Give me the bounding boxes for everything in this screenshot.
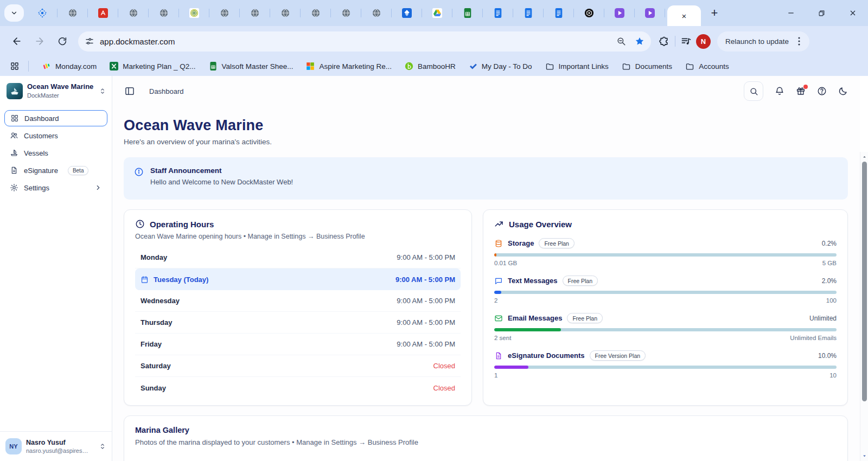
pinned-tab[interactable] bbox=[118, 0, 149, 26]
workspace-logo bbox=[7, 83, 23, 99]
dashboard-icon bbox=[10, 114, 19, 123]
bookmark-monday[interactable]: Monday.com bbox=[37, 59, 101, 74]
hours-row-today: Tuesday (Today) 9:00 AM - 5:00 PM bbox=[135, 268, 461, 290]
browser-menu-icon[interactable] bbox=[793, 35, 805, 47]
user-email: nasro.yusuf@aspiresoftware... bbox=[26, 447, 90, 454]
pinned-tab[interactable] bbox=[270, 0, 301, 26]
globe-favicon-icon bbox=[372, 8, 381, 18]
plan-badge: Free Plan bbox=[563, 276, 598, 286]
minimize-button[interactable] bbox=[775, 0, 806, 26]
pinned-tab[interactable] bbox=[240, 0, 270, 26]
site-settings-icon[interactable] bbox=[85, 36, 94, 46]
pinned-tab[interactable] bbox=[179, 0, 209, 26]
tab-search-button[interactable] bbox=[4, 4, 24, 22]
notifications-bell-icon[interactable] bbox=[775, 86, 784, 96]
user-menu[interactable]: NY Nasro Yusuf nasro.yusuf@aspiresoftwar… bbox=[0, 431, 112, 461]
bookmark-folder-important-links[interactable]: Important Links bbox=[540, 59, 614, 74]
pinned-tab[interactable] bbox=[361, 0, 392, 26]
reload-button[interactable] bbox=[53, 31, 72, 51]
beta-badge: Beta bbox=[68, 166, 89, 175]
usage-row-email-messages: Email Messages Free Plan Unlimited 2 sen… bbox=[494, 313, 837, 341]
pinned-tab[interactable] bbox=[27, 0, 58, 26]
apps-grid-button[interactable] bbox=[7, 59, 23, 74]
page-scrollbar[interactable] bbox=[860, 152, 868, 461]
monday-icon bbox=[42, 62, 51, 71]
bookmark-star-icon[interactable] bbox=[635, 36, 644, 46]
hours-row: Thursday 9:00 AM - 5:00 PM bbox=[135, 312, 461, 334]
scrollbar-thumb[interactable] bbox=[862, 162, 867, 401]
chevron-down-icon bbox=[10, 9, 18, 17]
pinned-tab[interactable] bbox=[301, 0, 331, 26]
pinned-tab[interactable] bbox=[574, 0, 604, 26]
globe-favicon-icon bbox=[280, 8, 290, 18]
pinned-tab[interactable] bbox=[209, 0, 240, 26]
restore-button[interactable] bbox=[806, 0, 837, 26]
plan-badge: Free Plan bbox=[539, 238, 575, 248]
pinned-tab[interactable] bbox=[483, 0, 513, 26]
docs-favicon-icon bbox=[493, 8, 503, 18]
hours-row: Monday 9:00 AM - 5:00 PM bbox=[135, 247, 461, 268]
pinned-tab[interactable] bbox=[513, 0, 544, 26]
bookmark-my-day[interactable]: My Day - To Do bbox=[464, 59, 537, 74]
notification-dot bbox=[803, 85, 808, 89]
globe-favicon-icon bbox=[250, 8, 260, 18]
bookmark-bamboohr[interactable]: BambooHR bbox=[400, 59, 461, 74]
trend-up-icon bbox=[494, 219, 504, 229]
active-tab[interactable]: × bbox=[667, 5, 701, 26]
selector-icon[interactable] bbox=[99, 87, 106, 95]
bookmark-folder-documents[interactable]: Documents bbox=[617, 59, 677, 74]
search-button[interactable] bbox=[744, 81, 763, 101]
bookmark-marketing-plan[interactable]: Marketing Plan _ Q2... bbox=[105, 59, 200, 74]
scroll-up-arrow-icon[interactable] bbox=[861, 154, 867, 160]
dark-mode-moon-icon[interactable] bbox=[838, 86, 848, 96]
zoom-icon[interactable] bbox=[616, 36, 626, 46]
sidebar-item-esignature[interactable]: eSignature Beta bbox=[4, 162, 107, 178]
pinned-tab[interactable] bbox=[392, 0, 422, 26]
bookmark-folder-accounts[interactable]: Accounts bbox=[680, 59, 734, 74]
sidebar-item-dashboard[interactable]: Dashboard bbox=[4, 110, 107, 126]
pinned-tab[interactable] bbox=[604, 0, 635, 26]
marina-gallery-card: Marina Gallery Photos of the marina disp… bbox=[124, 415, 848, 461]
url-text[interactable]: app.dockmaster.com bbox=[100, 37, 616, 46]
relaunch-button[interactable]: Relaunch to update bbox=[717, 31, 809, 52]
sidebar-toggle-icon[interactable] bbox=[124, 86, 135, 97]
selector-icon[interactable] bbox=[99, 443, 106, 450]
pinned-tab[interactable] bbox=[422, 0, 452, 26]
pinned-tab[interactable] bbox=[331, 0, 361, 26]
spiral-favicon-icon bbox=[189, 8, 199, 18]
tab-close-icon[interactable]: × bbox=[682, 12, 687, 20]
workspace-switcher[interactable]: Ocean Wave Marine DockMaster bbox=[0, 76, 112, 106]
storage-progress-bar bbox=[494, 253, 837, 257]
extensions-puzzle-icon[interactable] bbox=[659, 36, 669, 47]
pinned-tab[interactable] bbox=[88, 0, 118, 26]
sidebar-item-customers[interactable]: Customers bbox=[4, 127, 107, 144]
back-button[interactable] bbox=[7, 31, 27, 51]
gallery-title: Marina Gallery bbox=[135, 426, 837, 434]
chevron-right-icon bbox=[94, 184, 102, 191]
pinned-tab[interactable] bbox=[452, 0, 483, 26]
pinned-tab[interactable] bbox=[544, 0, 574, 26]
address-bar[interactable]: app.dockmaster.com bbox=[78, 31, 651, 52]
scroll-down-arrow-icon[interactable] bbox=[861, 453, 867, 459]
breadcrumb[interactable]: Dashboard bbox=[149, 87, 184, 95]
profile-avatar[interactable]: N bbox=[696, 34, 711, 49]
pinned-tab[interactable] bbox=[149, 0, 179, 26]
back-arrow-icon bbox=[11, 36, 22, 47]
info-icon bbox=[134, 167, 144, 177]
media-queue-icon[interactable] bbox=[681, 36, 692, 47]
sidebar-item-vessels[interactable]: Vessels bbox=[4, 145, 107, 161]
pinned-tab[interactable] bbox=[635, 0, 665, 26]
globe-favicon-icon bbox=[129, 8, 138, 18]
sidebar-item-settings[interactable]: Settings bbox=[4, 180, 107, 196]
help-icon[interactable] bbox=[817, 86, 827, 96]
sidebar: Ocean Wave Marine DockMaster Dashboard C… bbox=[0, 76, 112, 461]
new-tab-button[interactable]: + bbox=[706, 5, 723, 21]
pinned-tab[interactable] bbox=[58, 0, 88, 26]
bookmark-valsoft-sheet[interactable]: Valsoft Master Shee... bbox=[204, 59, 298, 74]
gift-icon[interactable] bbox=[796, 86, 806, 96]
page-title: Ocean Wave Marine bbox=[124, 117, 848, 134]
forward-button[interactable] bbox=[30, 31, 49, 51]
bookmark-aspire-marketing[interactable]: Aspire Marketing Re... bbox=[301, 59, 397, 74]
clock-icon bbox=[135, 219, 145, 229]
close-window-button[interactable] bbox=[837, 0, 868, 26]
